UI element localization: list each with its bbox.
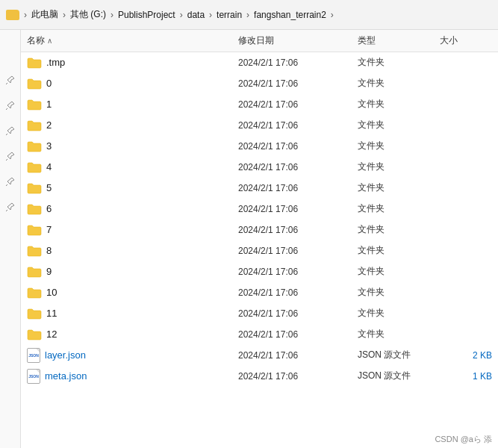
main-layout: 空间 名称 ∧ 修改日期 类型 大小 .tmp2024/2/1 17:06文件夹… — [0, 30, 498, 448]
folder-icon — [27, 140, 42, 152]
file-name-cell: 6 — [27, 203, 238, 215]
folder-icon — [27, 161, 42, 173]
file-name-text: 12 — [46, 329, 57, 340]
pin-icon-2[interactable] — [3, 98, 18, 113]
breadcrumb-publishproject[interactable]: PublishProject — [118, 10, 175, 20]
table-row[interactable]: 122024/2/1 17:06文件夹 — [21, 324, 498, 345]
file-name-cell: 1 — [27, 99, 238, 111]
date-cell: 2024/2/1 17:06 — [238, 120, 358, 131]
pin-icon-4[interactable] — [3, 149, 18, 164]
type-cell: 文件夹 — [358, 98, 440, 111]
file-name-text: 3 — [46, 140, 52, 152]
table-row[interactable]: 92024/2/1 17:06文件夹 — [21, 261, 498, 282]
pin-icon-1[interactable] — [3, 72, 18, 87]
table-row[interactable]: JSON meta.json2024/2/1 17:06JSON 源文件1 KB — [21, 366, 498, 387]
file-name-cell: 0 — [27, 78, 238, 90]
table-row[interactable]: 102024/2/1 17:06文件夹 — [21, 282, 498, 303]
table-row[interactable]: 42024/2/1 17:06文件夹 — [21, 157, 498, 178]
date-cell: 2024/2/1 17:06 — [238, 78, 358, 89]
folder-icon — [27, 182, 42, 194]
file-name-cell: .tmp — [27, 57, 238, 69]
date-cell: 2024/2/1 17:06 — [238, 141, 358, 152]
size-cell: 1 KB — [440, 371, 492, 382]
date-cell: 2024/2/1 17:06 — [238, 225, 358, 235]
watermark: CSDN @aら 添 — [435, 434, 492, 445]
table-row[interactable]: 72024/2/1 17:06文件夹 — [21, 220, 498, 240]
table-row[interactable]: 82024/2/1 17:06文件夹 — [21, 240, 498, 261]
col-header-size[interactable]: 大小 — [440, 34, 492, 47]
date-cell: 2024/2/1 17:06 — [238, 183, 358, 193]
file-name-cell: 5 — [27, 182, 238, 194]
file-name-cell: 9 — [27, 266, 238, 278]
folder-icon — [27, 329, 42, 340]
table-row[interactable]: .tmp2024/2/1 17:06文件夹 — [21, 52, 498, 73]
file-name-text: 1 — [46, 99, 52, 110]
type-cell: 文件夹 — [358, 119, 440, 131]
table-row[interactable]: 52024/2/1 17:06文件夹 — [21, 178, 498, 199]
file-name-text: 11 — [46, 308, 57, 319]
date-cell: 2024/2/1 17:06 — [238, 246, 358, 256]
pin-icon-6[interactable] — [3, 199, 18, 214]
table-row[interactable]: 12024/2/1 17:06文件夹 — [21, 94, 498, 115]
table-row[interactable]: 22024/2/1 17:06文件夹 — [21, 115, 498, 136]
col-header-name[interactable]: 名称 ∧ — [27, 34, 238, 47]
type-cell: 文件夹 — [358, 328, 440, 340]
breadcrumb-data[interactable]: data — [187, 10, 205, 20]
breadcrumb-pc[interactable]: 此电脑 — [31, 8, 58, 21]
json-file-icon: JSON — [27, 348, 40, 363]
pin-icon-5[interactable] — [3, 174, 18, 189]
type-cell: JSON 源文件 — [358, 349, 440, 361]
date-cell: 2024/2/1 17:06 — [238, 204, 358, 214]
table-row[interactable]: 112024/2/1 17:06文件夹 — [21, 303, 498, 324]
type-cell: 文件夹 — [358, 140, 440, 152]
svg-line-4 — [6, 184, 7, 186]
svg-line-0 — [6, 83, 7, 84]
breadcrumb-terrain[interactable]: terrain — [217, 10, 242, 20]
table-row[interactable]: 32024/2/1 17:06文件夹 — [21, 136, 498, 157]
file-name-text: 5 — [46, 182, 52, 193]
folder-icon — [27, 266, 42, 278]
file-name-cell: 12 — [27, 329, 238, 340]
sort-arrow-name: ∧ — [47, 37, 52, 45]
folder-icon-address — [6, 10, 19, 20]
table-row[interactable]: JSON layer.json2024/2/1 17:06JSON 源文件2 K… — [21, 345, 498, 366]
date-cell: 2024/2/1 17:06 — [238, 267, 358, 277]
file-name-cell: 11 — [27, 308, 238, 320]
svg-line-2 — [6, 134, 7, 135]
date-cell: 2024/2/1 17:06 — [238, 371, 358, 382]
date-cell: 2024/2/1 17:06 — [238, 287, 358, 298]
pin-icon-3[interactable] — [3, 123, 18, 138]
file-name-cell: 8 — [27, 245, 238, 257]
date-cell: 2024/2/1 17:06 — [238, 162, 358, 172]
svg-line-5 — [6, 210, 7, 211]
file-name-cell: JSON meta.json — [27, 369, 238, 384]
type-cell: 文件夹 — [358, 161, 440, 173]
table-row[interactable]: 02024/2/1 17:06文件夹 — [21, 73, 498, 94]
file-name-text: 6 — [46, 203, 52, 214]
file-name-cell: 10 — [27, 287, 238, 299]
type-cell: 文件夹 — [358, 244, 440, 257]
file-name-text: .tmp — [46, 57, 65, 68]
type-cell: 文件夹 — [358, 181, 440, 194]
breadcrumb-fangshan[interactable]: fangshan_terrain2 — [254, 10, 326, 20]
file-name-text: layer.json — [45, 349, 86, 361]
folder-icon — [27, 57, 42, 69]
file-name-cell: 2 — [27, 119, 238, 131]
table-row[interactable]: 62024/2/1 17:06文件夹 — [21, 199, 498, 220]
date-cell: 2024/2/1 17:06 — [238, 329, 358, 340]
folder-icon — [27, 224, 42, 236]
date-cell: 2024/2/1 17:06 — [238, 57, 358, 68]
col-header-type[interactable]: 类型 — [358, 34, 440, 47]
type-cell: 文件夹 — [358, 56, 440, 69]
file-name-text: 9 — [46, 266, 52, 277]
col-header-date[interactable]: 修改日期 — [238, 34, 358, 47]
file-list-area[interactable]: 名称 ∧ 修改日期 类型 大小 .tmp2024/2/1 17:06文件夹 02… — [21, 30, 498, 448]
sidebar: 空间 — [0, 30, 21, 448]
type-cell: 文件夹 — [358, 202, 440, 215]
file-name-cell: 3 — [27, 140, 238, 152]
date-cell: 2024/2/1 17:06 — [238, 308, 358, 319]
svg-line-1 — [6, 108, 7, 110]
column-headers: 名称 ∧ 修改日期 类型 大小 — [21, 30, 498, 52]
folder-icon — [27, 287, 42, 299]
breadcrumb-g[interactable]: 其他 (G:) — [70, 8, 106, 21]
